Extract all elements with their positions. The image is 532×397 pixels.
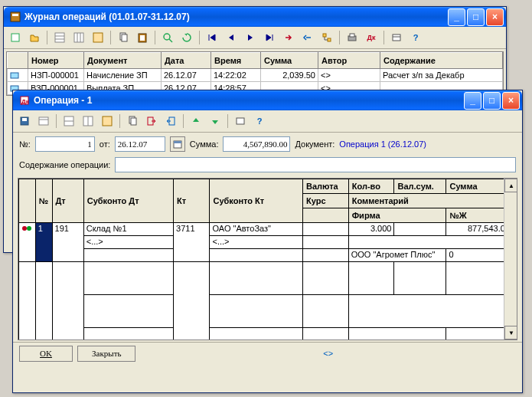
col-skt[interactable]: Субконто Кт: [210, 179, 303, 223]
col-kt[interactable]: Кт: [174, 179, 210, 223]
tool-gridA-icon[interactable]: [60, 113, 77, 130]
desc-input[interactable]: [115, 157, 516, 172]
doc-link[interactable]: Операция 1 (26.12.07): [339, 139, 426, 149]
minimize-button[interactable]: _: [464, 92, 481, 110]
tool-gridB-icon[interactable]: [80, 113, 96, 130]
col-desc[interactable]: Содержание: [380, 53, 503, 69]
tool-options-icon[interactable]: [388, 29, 405, 46]
minimize-button[interactable]: _: [448, 8, 465, 26]
tool-paste-icon[interactable]: [134, 29, 151, 46]
doc-label: Документ:: [295, 139, 335, 149]
tool-help2-icon[interactable]: ?: [251, 113, 268, 130]
col-sum2[interactable]: Сумма: [446, 179, 513, 194]
journal-title: Журнал операций (01.01.07-31.12.07): [24, 11, 446, 22]
col-doc[interactable]: Документ: [84, 53, 162, 69]
col-sum[interactable]: Сумма: [261, 53, 318, 69]
close-button[interactable]: ×: [486, 8, 504, 26]
col-icon[interactable]: [8, 53, 28, 69]
form-row-1: №: от: Сумма: Документ: Операция 1 (26.1…: [13, 133, 522, 156]
tool-print-icon[interactable]: [344, 29, 361, 46]
col-vsum[interactable]: Вал.сум.: [394, 179, 446, 194]
operation-grid[interactable]: № Дт Субконто Дт Кт Субконто Кт Валюта К…: [18, 178, 517, 340]
svg-rect-2: [11, 34, 19, 41]
svg-rect-11: [122, 34, 127, 41]
col-val[interactable]: Валюта: [303, 179, 349, 194]
tool-open-icon[interactable]: [26, 29, 43, 46]
tool-dk-icon[interactable]: Дк: [363, 29, 380, 46]
tool-first-icon[interactable]: [204, 29, 220, 46]
table-row[interactable]: НЗП-000001 Начисление ЗП 26.12.07 14:22:…: [8, 69, 503, 82]
table-row[interactable]: [19, 262, 513, 295]
svg-rect-6: [74, 33, 83, 42]
no-input[interactable]: [35, 136, 95, 152]
tool-help-icon[interactable]: ?: [407, 29, 424, 46]
tool-exit-icon[interactable]: [143, 113, 160, 130]
svg-rect-28: [39, 117, 48, 125]
tool-copy-icon[interactable]: [115, 29, 132, 46]
scroll-down-icon[interactable]: ▼: [504, 326, 517, 340]
tool-arrow1-icon[interactable]: [280, 29, 297, 46]
col-number[interactable]: Номер: [28, 53, 84, 69]
from-input[interactable]: [115, 136, 165, 152]
tool-save-icon[interactable]: [16, 113, 33, 130]
tool-grid1-icon[interactable]: [51, 29, 68, 46]
tool-grid3-icon[interactable]: [90, 29, 106, 46]
col-nozh[interactable]: №Ж: [446, 208, 513, 223]
tool-next-icon[interactable]: [242, 29, 259, 46]
tool-refresh-icon[interactable]: [178, 29, 195, 46]
from-label: от:: [100, 139, 110, 149]
table-row[interactable]: 1 191 Склад №1 3711 ОАО "АвтоЗаз" 3.000 …: [19, 223, 513, 236]
maximize-button[interactable]: □: [467, 8, 485, 26]
col-firma[interactable]: Фирма: [348, 208, 446, 223]
col-author[interactable]: Автор: [318, 53, 380, 69]
table-row[interactable]: <...> <...>: [19, 236, 513, 249]
col-sdt[interactable]: Субконто Дт: [83, 179, 173, 223]
toolbar-separator: [383, 31, 384, 44]
svg-rect-1: [12, 14, 18, 16]
col-blank[interactable]: [303, 208, 349, 223]
operation-titlebar[interactable]: Дк Операция - 1 _ □ ×: [13, 90, 522, 110]
col-kol[interactable]: Кол-во: [348, 179, 394, 194]
table-row[interactable]: ООО "Агромет Плюс" 0: [19, 249, 513, 262]
col-comment[interactable]: Комментарий: [348, 194, 512, 208]
toolbar-separator: [227, 114, 228, 128]
toolbar-separator: [199, 31, 200, 44]
status-icon: <>: [323, 349, 333, 358]
operation-statusbar: OK Закрыть <>: [13, 342, 522, 364]
tool-list-icon[interactable]: [35, 113, 52, 130]
table-row[interactable]: [19, 328, 513, 341]
sum-input[interactable]: [223, 136, 290, 152]
tool-copy2-icon[interactable]: [124, 113, 141, 130]
tool-gridC-icon[interactable]: [99, 113, 116, 130]
col-n[interactable]: №: [35, 179, 52, 223]
tool-down-icon[interactable]: [207, 113, 224, 130]
journal-titlebar[interactable]: Журнал операций (01.01.07-31.12.07) _ □ …: [4, 7, 506, 27]
col-mark[interactable]: [19, 179, 36, 223]
calendar-icon[interactable]: [170, 136, 185, 152]
close-button[interactable]: Закрыть: [77, 346, 135, 362]
col-dt[interactable]: Дт: [52, 179, 83, 223]
tool-arrow2-icon[interactable]: [299, 29, 316, 46]
tool-grid2-icon[interactable]: [70, 29, 87, 46]
tool-enter-icon[interactable]: [162, 113, 179, 130]
tool-last-icon[interactable]: [261, 29, 278, 46]
tool-opts-icon[interactable]: [232, 113, 249, 130]
maximize-button[interactable]: □: [483, 92, 501, 110]
col-date[interactable]: Дата: [162, 53, 211, 69]
tool-tree-icon[interactable]: [318, 29, 335, 46]
tool-find-icon[interactable]: [159, 29, 176, 46]
desc-label: Содержание операции:: [19, 160, 110, 169]
form-row-2: Содержание операции:: [13, 156, 522, 176]
ok-button[interactable]: OK: [19, 346, 73, 362]
close-button[interactable]: ×: [502, 92, 520, 110]
svg-point-42: [22, 226, 27, 231]
table-row[interactable]: [19, 295, 513, 328]
svg-point-14: [164, 34, 170, 40]
scroll-up-icon[interactable]: ▲: [504, 179, 517, 192]
col-time[interactable]: Время: [211, 53, 261, 69]
col-kurs[interactable]: Курс: [303, 194, 349, 208]
tool-prev-icon[interactable]: [223, 29, 240, 46]
vertical-scrollbar[interactable]: ▲ ▼: [504, 179, 517, 340]
tool-up-icon[interactable]: [188, 113, 204, 130]
tool-new-icon[interactable]: [7, 29, 24, 46]
